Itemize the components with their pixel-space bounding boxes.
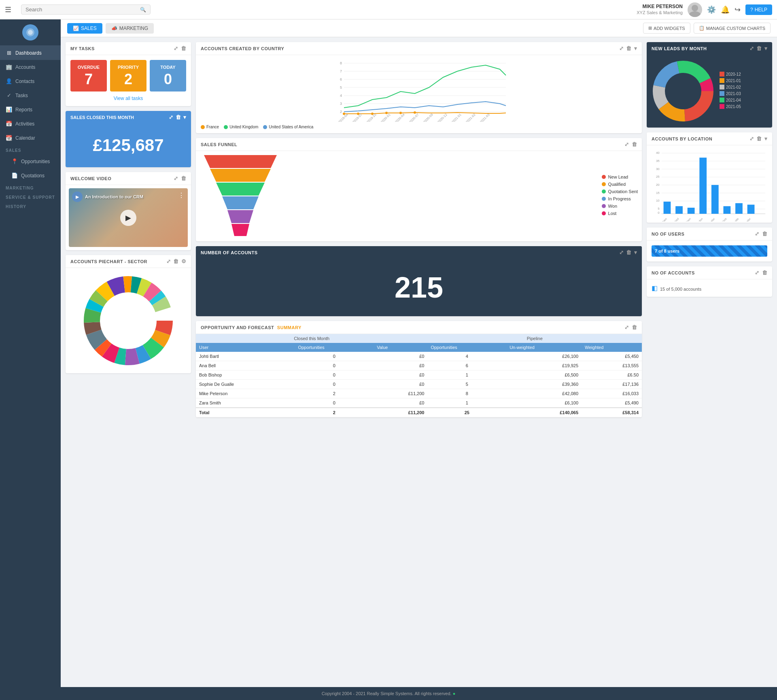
chevron-down-icon[interactable]: ▾: [634, 45, 637, 51]
sidebar-item-accounts[interactable]: 🏢 Accounts: [0, 60, 61, 74]
expand-icon[interactable]: ⤢: [169, 114, 173, 120]
delete-icon[interactable]: 🗑: [632, 324, 637, 330]
delete-icon[interactable]: 🗑: [626, 249, 632, 255]
chevron-down-icon[interactable]: ▾: [634, 249, 637, 255]
add-widgets-button[interactable]: ⊞ ADD WIDGETS: [643, 23, 690, 34]
accounts-piechart-svg: [80, 272, 177, 369]
cell-closed-val: £11,200: [374, 389, 427, 398]
expand-icon[interactable]: ⤢: [755, 231, 760, 237]
funnel-legend-lost: Lost: [602, 211, 638, 216]
cell-total-closed-opp: 2: [295, 408, 374, 417]
overdue-card: OVERDUE 7: [70, 60, 107, 91]
no-of-accounts-header: NO OF ACCOUNTS ⤢ 🗑: [647, 266, 772, 279]
delete-icon[interactable]: 🗑: [181, 45, 187, 51]
expand-icon[interactable]: ⤢: [624, 141, 629, 147]
sidebar-item-calendar[interactable]: 📆 Calendar: [0, 131, 61, 145]
chevron-down-icon[interactable]: ▾: [764, 136, 768, 142]
svg-point-45: [414, 111, 416, 114]
funnel-legend-newlead: New Lead: [602, 174, 638, 179]
user-company: XYZ Sales & Marketing: [637, 10, 683, 15]
activities-icon: 📅: [6, 121, 12, 127]
delete-icon[interactable]: 🗑: [626, 45, 632, 51]
svg-point-3: [28, 30, 33, 35]
sidebar-item-tasks[interactable]: ✓ Tasks: [0, 88, 61, 102]
sidebar-item-reports[interactable]: 📊 Reports: [0, 102, 61, 117]
cell-closed-opp: 0: [295, 361, 374, 370]
accounts-by-location-actions: ⤢ 🗑 ▾: [749, 136, 768, 142]
manage-charts-button[interactable]: 📋 MANAGE CUSTOM CHARTS: [694, 23, 771, 34]
expand-icon[interactable]: ⤢: [749, 45, 754, 51]
accounts-by-country-actions: ⤢ 🗑 ▾: [619, 45, 637, 51]
table-row: Ana Bell 0 £0 6 £19,925 £13,555: [196, 361, 642, 370]
video-thumbnail[interactable]: ▶ An Introduction to our CRM ▶ ⋮: [69, 188, 188, 247]
delete-icon[interactable]: 🗑: [756, 45, 762, 51]
delete-icon[interactable]: 🗑: [762, 231, 768, 237]
svg-text:20: 20: [656, 183, 660, 187]
search-input[interactable]: [25, 6, 138, 13]
svg-point-25: [108, 300, 149, 341]
expand-icon[interactable]: ⤢: [619, 45, 624, 51]
search-icon[interactable]: 🔍: [140, 7, 146, 13]
expand-icon[interactable]: ⤢: [166, 258, 171, 264]
hamburger-icon[interactable]: ☰: [5, 5, 18, 14]
no-of-users-header: NO OF USERS ⤢ 🗑: [647, 228, 772, 240]
svg-text:8: 8: [340, 61, 342, 65]
delete-icon[interactable]: 🗑: [181, 175, 187, 181]
svg-text:Birmingham: Birmingham: [655, 217, 668, 221]
play-button[interactable]: ▶: [120, 210, 136, 226]
svg-text:London: London: [695, 217, 703, 221]
expand-icon[interactable]: ⤢: [174, 175, 178, 181]
inprogress-dot: [602, 197, 606, 201]
expand-icon[interactable]: ⤢: [619, 249, 624, 255]
sidebar-item-dashboards[interactable]: ⊞ Dashboards: [0, 46, 61, 60]
delete-icon[interactable]: 🗑: [632, 141, 637, 147]
delete-icon[interactable]: 🗑: [176, 114, 181, 120]
chevron-down-icon[interactable]: ▾: [764, 45, 768, 51]
delete-icon[interactable]: 🗑: [762, 270, 768, 276]
sidebar-item-opportunities[interactable]: 📍 Opportunities: [0, 154, 61, 168]
svg-marker-59: [216, 183, 265, 196]
sidebar-item-quotations[interactable]: 📄 Quotations: [0, 168, 61, 183]
settings-icon[interactable]: ⚙: [181, 258, 187, 264]
cell-closed-val: £0: [374, 352, 427, 361]
svg-point-1: [689, 11, 701, 17]
expand-icon[interactable]: ⤢: [749, 136, 754, 142]
svg-text:2020-04: 2020-04: [395, 113, 406, 122]
cell-pipe-opp: 6: [427, 361, 506, 370]
question-icon: ?: [750, 7, 753, 13]
cell-user: Mike Peterson: [196, 389, 295, 398]
cell-unweighted: £6,100: [506, 398, 582, 408]
sidebar-section-service: SERVICE & SUPPORT: [0, 192, 61, 201]
cell-pipe-opp: 8: [427, 389, 506, 398]
delete-icon[interactable]: 🗑: [756, 136, 762, 142]
view-all-link[interactable]: View all tasks: [114, 96, 143, 101]
accounts-by-location-chart: 40 35 30 25 20 15 10 5 0: [647, 145, 772, 223]
chevron-down-icon[interactable]: ▾: [183, 114, 186, 120]
help-button[interactable]: ? HELP: [745, 4, 772, 15]
accounts-by-country-chart: 8 7 6 5 4 3 2: [196, 55, 642, 133]
sidebar-item-activities[interactable]: 📅 Activities: [0, 117, 61, 131]
bar-newyork: [724, 206, 731, 214]
svg-text:10: 10: [656, 199, 660, 202]
sidebar-item-contacts[interactable]: 👤 Contacts: [0, 74, 61, 88]
legend-2021-01: 2021-01: [720, 78, 741, 83]
cell-unweighted: £39,360: [506, 380, 582, 389]
svg-text:2021-01: 2021-01: [451, 113, 463, 122]
expand-icon[interactable]: ⤢: [174, 45, 178, 51]
bell-icon[interactable]: 🔔: [721, 5, 730, 14]
expand-icon[interactable]: ⤢: [755, 270, 760, 276]
accounts-piechart-header: ACCOUNTS PIECHART - SECTOR ⤢ 🗑 ⚙: [66, 255, 191, 268]
settings-icon[interactable]: ⚙️: [707, 5, 716, 14]
delete-icon[interactable]: 🗑: [173, 258, 179, 264]
video-menu-icon[interactable]: ⋮: [178, 191, 185, 199]
cell-unweighted: £19,925: [506, 361, 582, 370]
sales-tab[interactable]: 📈 SALES: [67, 23, 102, 34]
expand-icon[interactable]: ⤢: [624, 324, 629, 330]
logout-icon[interactable]: ↪: [735, 5, 741, 14]
legend-france: France: [201, 125, 219, 129]
svg-text:2020-09: 2020-09: [423, 113, 434, 122]
marketing-tab[interactable]: 📣 MARKETING: [106, 23, 154, 34]
col-user: User: [196, 343, 295, 352]
tasks-icon: ✓: [6, 92, 12, 98]
cell-unweighted: £6,500: [506, 370, 582, 380]
